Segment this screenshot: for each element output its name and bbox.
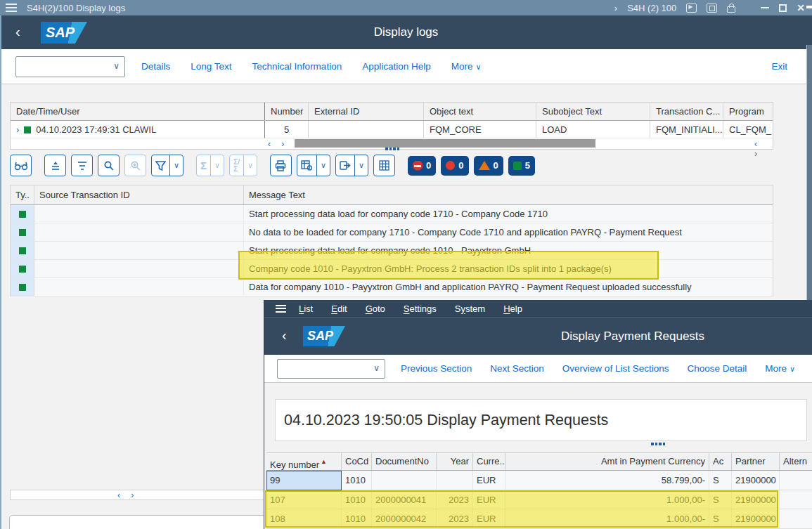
lock-icon[interactable]: [727, 6, 735, 13]
message-row[interactable]: No data to be loaded for company 1710 - …: [11, 223, 773, 242]
application-help-button[interactable]: Application Help: [362, 61, 431, 72]
list-section-box: 04.10.2023 19:50:05 Display Payment Requ…: [275, 399, 807, 441]
chevron-down-icon: ∨: [354, 155, 368, 176]
menu-goto[interactable]: Goto: [366, 303, 385, 314]
column-header[interactable]: Message Text: [244, 185, 773, 204]
year-cell: [437, 471, 473, 490]
column-header[interactable]: Ac: [709, 453, 732, 470]
command-combobox[interactable]: ∨: [277, 359, 385, 379]
alternative-cell: [780, 509, 812, 529]
edge-artifact: [806, 6, 812, 8]
menu-settings[interactable]: Settings: [404, 303, 437, 314]
column-header-key-number[interactable]: Key number▲: [266, 453, 342, 470]
stop-messages-filter-button[interactable]: 0: [408, 156, 436, 176]
long-text-button[interactable]: Long Text: [191, 61, 231, 72]
sap-logo: SAP: [303, 326, 345, 346]
command-combobox[interactable]: ∨: [15, 56, 125, 77]
column-header[interactable]: Ty..: [11, 185, 34, 204]
selected-cell-key-number[interactable]: 99: [266, 471, 342, 490]
previous-section-button[interactable]: Previous Section: [401, 363, 472, 374]
subtotal-split-button[interactable]: Σ/Σ ∨: [229, 155, 257, 176]
column-header[interactable]: Transaction C...: [650, 103, 723, 120]
scroll-arrows[interactable]: ‹ ›: [268, 139, 288, 149]
splitter-handle-icon[interactable]: [385, 148, 399, 150]
log-table-row[interactable]: ›04.10.2023 17:49:31 CLAWIL 5 FQM_CORE L…: [11, 121, 773, 138]
menu-edit[interactable]: Edit: [331, 303, 347, 314]
success-status-icon: [19, 229, 26, 236]
chevron-right-icon[interactable]: ›: [614, 3, 617, 13]
hamburger-menu-icon[interactable]: [6, 4, 17, 12]
stop-icon: [413, 161, 423, 171]
splitter-handle-icon[interactable]: [651, 443, 665, 445]
details-button[interactable]: Details: [141, 61, 170, 72]
payment-table-header-row: Key number▲ CoCd DocumentNo Year Curre..…: [266, 453, 812, 471]
filter-split-button[interactable]: ∨: [151, 155, 183, 176]
success-messages-filter-button[interactable]: 5: [508, 156, 535, 176]
document-cell: [372, 471, 437, 490]
cocd-cell: 1010: [342, 471, 372, 490]
scroll-arrows[interactable]: ‹ ›: [754, 139, 773, 159]
chevron-down-icon: ∨: [475, 63, 481, 71]
scrollbar-thumb[interactable]: [295, 139, 595, 148]
menu-help[interactable]: Help: [503, 303, 522, 314]
sort-descending-button[interactable]: [71, 155, 93, 176]
export-split-button[interactable]: ∨: [335, 155, 368, 176]
background-window-edge: [806, 45, 812, 300]
print-button[interactable]: [270, 155, 292, 176]
column-header[interactable]: External ID: [309, 103, 424, 120]
close-button[interactable]: ✕: [797, 2, 805, 13]
system-session-label: S4H (2) 100: [627, 3, 676, 13]
maximize-button[interactable]: [779, 4, 787, 12]
message-row[interactable]: Start processing data load for company c…: [11, 205, 773, 223]
expand-chevron-icon[interactable]: ›: [16, 124, 19, 135]
sort-ascending-button[interactable]: [44, 155, 66, 176]
column-header[interactable]: Subobject Text: [536, 103, 650, 120]
choose-detail-button[interactable]: Choose Detail: [687, 363, 747, 374]
menu-list[interactable]: List: [299, 303, 313, 314]
column-header[interactable]: Amt in Payment Currency: [505, 453, 709, 470]
next-section-button[interactable]: Next Section: [490, 363, 544, 374]
overview-list-sections-button[interactable]: Overview of List Sections: [562, 363, 669, 374]
find-button[interactable]: [98, 155, 120, 176]
more-menu-button[interactable]: More∨: [765, 363, 795, 374]
spreadsheet-button[interactable]: [373, 155, 395, 176]
column-header[interactable]: CoCd: [342, 453, 372, 470]
chevron-down-icon: ∨: [243, 155, 257, 176]
views-split-button[interactable]: ∨: [297, 155, 330, 176]
scroll-arrows[interactable]: ‹ ›: [117, 490, 138, 500]
error-icon: [446, 161, 455, 170]
window-title: S4H(2)/100 Display logs: [27, 3, 125, 13]
log-transaction-code: FQM_INITIALI...: [650, 121, 723, 138]
new-session-icon[interactable]: [686, 4, 697, 13]
column-header[interactable]: Source Transaction ID: [34, 185, 244, 204]
details-glasses-button[interactable]: [10, 155, 32, 176]
error-count: 0: [458, 160, 463, 171]
hamburger-menu-icon[interactable]: [276, 305, 286, 313]
column-header[interactable]: Altern: [780, 453, 812, 470]
message-row[interactable]: Data for company 1010 - Payyxtron GmbH a…: [11, 278, 773, 296]
payment-row[interactable]: 99 1010 EUR 58.799,00- S 21900000: [266, 471, 812, 490]
column-header[interactable]: Partner: [732, 453, 780, 470]
log-external-id: [309, 121, 424, 138]
column-header[interactable]: DocumentNo: [372, 453, 437, 470]
back-button[interactable]: ‹: [282, 327, 287, 344]
column-header[interactable]: Date/Time/User: [11, 103, 265, 120]
column-header[interactable]: Number: [265, 103, 309, 120]
more-menu-button[interactable]: More∨: [451, 61, 482, 72]
clipboard-icon[interactable]: [707, 4, 717, 13]
menu-system[interactable]: System: [455, 303, 485, 314]
column-header[interactable]: Curre...: [473, 453, 505, 470]
minimize-button[interactable]: [761, 7, 769, 8]
technical-information-button[interactable]: Technical Information: [252, 61, 342, 72]
ac-cell: S: [709, 471, 732, 490]
column-header[interactable]: Program: [723, 103, 774, 120]
column-header[interactable]: Year: [437, 453, 473, 470]
exit-button[interactable]: Exit: [771, 61, 787, 72]
stop-count: 0: [426, 160, 431, 171]
warning-messages-filter-button[interactable]: 0: [474, 156, 503, 176]
error-messages-filter-button[interactable]: 0: [441, 156, 468, 176]
sum-split-button[interactable]: Σ ∨: [196, 155, 224, 176]
find-next-button[interactable]: [124, 155, 146, 176]
sap-gui-screen: S4H(2)/100 Display logs › S4H (2) 100 ✕ …: [0, 0, 812, 529]
column-header[interactable]: Object text: [424, 103, 536, 120]
